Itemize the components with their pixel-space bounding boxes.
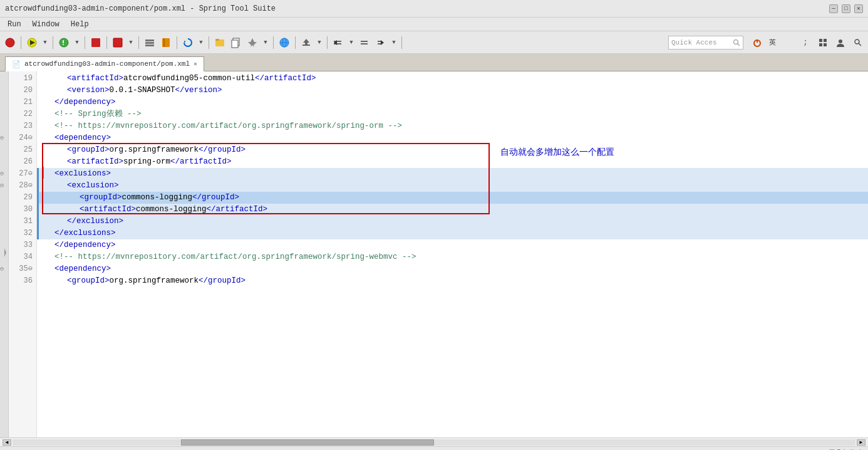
line-35: 35⊖ xyxy=(9,263,33,275)
line-23: 23 xyxy=(9,120,33,132)
separator-2 xyxy=(53,36,53,49)
h-scrollbar[interactable]: ◀ ▶ xyxy=(0,437,868,446)
build-dropdown[interactable]: ▼ xyxy=(127,35,135,50)
toolbar-settings-btn[interactable] xyxy=(142,35,157,50)
svg-rect-5 xyxy=(63,44,64,45)
menu-bar: Run Window Help xyxy=(0,18,868,31)
toolbar-pin-btn[interactable] xyxy=(245,35,260,50)
line-34: 34 xyxy=(9,251,33,263)
separator-6 xyxy=(177,36,177,49)
code-line-33: </dependency> xyxy=(37,239,868,251)
maximize-button[interactable]: □ xyxy=(842,4,850,13)
tab-bar: 📄 atcrowdfunding03-admin-component/pom.x… xyxy=(0,54,868,71)
toolbar-user-btn[interactable] xyxy=(833,35,848,50)
code-line-26: <artifactId>spring-orm</artifactId> xyxy=(37,156,868,168)
separator-9 xyxy=(295,36,296,49)
menu-window[interactable]: Window xyxy=(28,19,65,30)
toolbar-moon-btn[interactable] xyxy=(780,35,795,50)
toolbar: ▼ ▼ ▼ xyxy=(0,31,868,54)
toolbar-build-btn[interactable] xyxy=(110,35,125,50)
title-text: atcrowdfunding03-admin-component/pom.xml… xyxy=(5,4,276,13)
svg-marker-42 xyxy=(4,248,6,257)
svg-marker-13 xyxy=(184,41,186,43)
line-30: 30 xyxy=(9,204,33,216)
separator-8 xyxy=(273,36,274,49)
menu-help[interactable]: Help xyxy=(66,19,94,30)
line-25: 25 xyxy=(9,144,33,156)
toolbar-btn-1[interactable] xyxy=(3,35,18,50)
tab-close-btn[interactable]: ✕ xyxy=(194,60,197,68)
svg-rect-21 xyxy=(302,44,310,46)
scroll-track[interactable] xyxy=(13,439,855,446)
code-line-35: <dependency> xyxy=(37,263,868,275)
toolbar-nav-fwd-btn[interactable] xyxy=(357,35,372,50)
line-20: 20 xyxy=(9,85,33,97)
toolbar-nav-next-btn[interactable] xyxy=(373,35,388,50)
scroll-right-btn[interactable]: ▶ xyxy=(857,439,865,446)
line-26: 26 xyxy=(9,156,33,168)
line-21: 21 xyxy=(9,97,33,108)
toolbar-search-btn[interactable] xyxy=(850,35,865,50)
svg-point-31 xyxy=(734,39,738,44)
status-bar: CSDN @平凡加班狗 xyxy=(0,446,868,450)
title-bar: atcrowdfunding03-admin-component/pom.xml… xyxy=(0,0,868,18)
refresh-dropdown[interactable]: ▼ xyxy=(197,35,205,50)
svg-rect-8 xyxy=(145,39,154,41)
toolbar-stop-btn[interactable] xyxy=(88,35,103,50)
close-button[interactable]: ✕ xyxy=(854,4,863,13)
navnext-dropdown[interactable]: ▼ xyxy=(390,35,398,50)
toolbar-book-btn[interactable] xyxy=(158,35,173,50)
toolbar-power-btn[interactable] xyxy=(750,35,765,50)
toolbar-refresh-btn[interactable] xyxy=(180,35,195,50)
svg-rect-15 xyxy=(215,39,219,41)
tab-label: atcrowdfunding03-admin-component/pom.xml xyxy=(24,60,190,68)
pin-dropdown[interactable]: ▼ xyxy=(261,35,270,50)
toolbar-copy-btn[interactable] xyxy=(229,35,244,50)
line-27: 27⊖ xyxy=(9,168,33,180)
line-22: 22 xyxy=(9,108,33,120)
separator-3 xyxy=(85,36,85,49)
toolbar-globe-btn[interactable] xyxy=(277,35,292,50)
quick-access-input[interactable]: Quick Acces xyxy=(668,36,743,50)
svg-rect-12 xyxy=(163,38,165,47)
code-line-21: </dependency> xyxy=(37,97,868,108)
minimize-button[interactable]: ─ xyxy=(829,4,838,13)
svg-line-41 xyxy=(859,43,861,46)
code-line-19: <artifactId>atcrowdfunding05-common-util… xyxy=(37,73,868,85)
svg-marker-28 xyxy=(381,40,384,45)
svg-line-32 xyxy=(738,43,740,46)
toolbar-run-btn[interactable] xyxy=(24,35,39,50)
svg-point-0 xyxy=(6,38,14,47)
svg-rect-10 xyxy=(145,44,154,46)
line-31: 31 xyxy=(9,216,33,228)
svg-point-39 xyxy=(839,39,842,43)
toolbar-nav-back-btn[interactable] xyxy=(331,35,346,50)
tab-pom-xml[interactable]: 📄 atcrowdfunding03-admin-component/pom.x… xyxy=(5,56,204,71)
line-36: 36 xyxy=(9,275,33,287)
download-dropdown[interactable]: ▼ xyxy=(315,35,324,50)
toolbar-open-btn[interactable] xyxy=(212,35,227,50)
sidebar-handle[interactable] xyxy=(0,71,9,437)
code-line-34: <!-- https://mvnrepository.com/artifact/… xyxy=(37,251,868,263)
separator-1 xyxy=(21,36,21,49)
code-area[interactable]: <artifactId>atcrowdfunding05-common-util… xyxy=(37,71,868,437)
svg-rect-4 xyxy=(63,40,64,43)
scroll-left-btn[interactable]: ◀ xyxy=(3,439,11,446)
editor-container: 19 20 21 22 23 24⊖ 25 26 27⊖ 28⊖ 29 30 3… xyxy=(0,71,868,437)
code-line-36: <groupId>org.springframework</groupId> xyxy=(37,275,868,287)
navback-dropdown[interactable]: ▼ xyxy=(347,35,356,50)
code-line-29: <groupId>commons-logging</groupId> xyxy=(37,192,868,204)
code-line-22: <!-- Spring依赖 --> xyxy=(37,108,868,120)
code-line-27: <exclusions> xyxy=(37,168,868,180)
run-dropdown[interactable]: ▼ xyxy=(41,35,49,50)
toolbar-download-btn[interactable] xyxy=(299,35,314,50)
line-28: 28⊖ xyxy=(9,180,33,192)
toolbar-semicol-btn[interactable]: ; xyxy=(798,35,813,50)
toolbar-grid-btn[interactable] xyxy=(815,35,830,50)
menu-run[interactable]: Run xyxy=(3,19,26,30)
line-29: 29 xyxy=(9,192,33,204)
toolbar-lang-btn[interactable]: 英 xyxy=(767,35,778,50)
toolbar-debug-btn[interactable] xyxy=(56,35,71,50)
debug-dropdown[interactable]: ▼ xyxy=(73,35,81,50)
scroll-thumb[interactable] xyxy=(181,439,434,446)
